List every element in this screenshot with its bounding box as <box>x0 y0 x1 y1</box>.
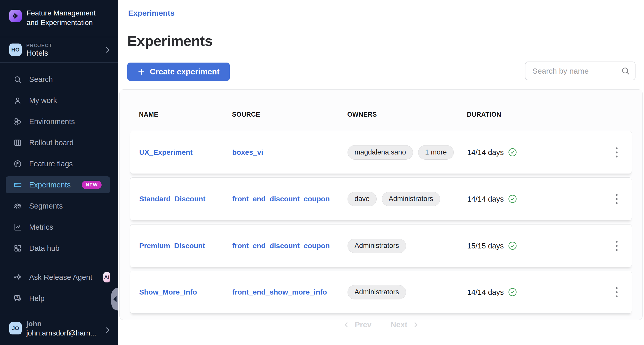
check-circle-icon <box>508 242 517 250</box>
experiment-name-link[interactable]: Standard_Discount <box>139 195 205 203</box>
help-chat-icon: ? <box>12 293 23 304</box>
chevron-right-icon <box>412 321 419 328</box>
table-row: UX_Experiment boxes_vi magdalena.sano 1 … <box>130 131 632 174</box>
next-label: Next <box>391 320 407 329</box>
row-menu-button[interactable] <box>613 285 620 299</box>
project-selector[interactable]: HO PROJECT Hotels <box>0 37 118 62</box>
svg-text:?: ? <box>16 296 18 299</box>
duration-text: 14/14 days <box>467 195 504 203</box>
user-email: john.arnsdorf@harn... <box>26 329 96 337</box>
owners-cell: Administrators <box>348 239 406 253</box>
column-header-owners: OWNERS <box>347 111 377 118</box>
pagination: Prev Next <box>118 320 644 329</box>
sidebar-item-search[interactable]: Search <box>6 71 110 88</box>
owner-more-chip[interactable]: 1 more <box>418 145 454 160</box>
table-row: Standard_Discount front_end_discount_cou… <box>130 177 632 220</box>
column-header-duration: DURATION <box>467 111 501 118</box>
plus-icon <box>137 68 145 76</box>
duration-text: 15/15 days <box>467 242 504 250</box>
breadcrumb[interactable]: Experiments <box>128 9 175 18</box>
row-menu-button[interactable] <box>613 192 620 206</box>
owner-chip[interactable]: Administrators <box>382 192 440 206</box>
experiment-source-link[interactable]: front_end_discount_coupon <box>232 195 330 203</box>
duration-cell: 15/15 days <box>467 242 517 250</box>
create-experiment-button[interactable]: Create experiment <box>127 63 230 81</box>
owner-chip[interactable]: magdalena.sano <box>348 145 413 160</box>
sparkle-icon <box>12 272 23 282</box>
sidebar-item-segments[interactable]: Segments <box>6 197 110 214</box>
column-header-source: SOURCE <box>232 111 260 118</box>
sidebar-item-feature-flags[interactable]: Feature flags <box>6 155 110 172</box>
project-name: Hotels <box>26 49 48 57</box>
flag-circle-icon <box>12 159 23 169</box>
user-avatar: JO <box>9 322 22 334</box>
experiments-table-panel: NAME SOURCE OWNERS DURATION UX_Experimen… <box>119 89 643 320</box>
row-menu-button[interactable] <box>613 239 620 253</box>
row-menu-button[interactable] <box>613 145 620 160</box>
app-logo-icon <box>9 10 22 22</box>
owners-cell: magdalena.sano 1 more <box>348 145 454 160</box>
duration-text: 14/14 days <box>467 148 504 157</box>
new-badge: NEW <box>82 181 102 189</box>
app-title: Feature Management and Experimentation <box>27 8 96 27</box>
check-circle-icon <box>508 288 517 296</box>
sidebar-item-my-work[interactable]: My work <box>6 92 110 109</box>
experiment-name-link[interactable]: UX_Experiment <box>139 148 193 157</box>
ruler-icon <box>12 180 23 190</box>
column-header-name: NAME <box>139 111 158 118</box>
chevron-left-icon <box>343 321 350 328</box>
duration-cell: 14/14 days <box>467 195 517 203</box>
sidebar-collapse-handle[interactable] <box>111 288 118 310</box>
check-circle-icon <box>508 195 517 203</box>
sidebar: Feature Management and Experimentation H… <box>0 0 118 345</box>
user-menu[interactable]: JO john john.arnsdorf@harn... <box>0 315 118 345</box>
search-icon <box>12 74 23 84</box>
search-input[interactable] <box>525 62 635 80</box>
sidebar-item-experiments[interactable]: Experiments NEW <box>6 176 110 193</box>
data-hub-grid-icon <box>12 243 23 253</box>
experiment-source-link[interactable]: front_end_discount_coupon <box>232 242 330 250</box>
ai-badge: AI <box>103 272 110 282</box>
owners-cell: Administrators <box>348 285 406 299</box>
project-label: PROJECT <box>26 43 52 48</box>
experiment-source-link[interactable]: boxes_vi <box>232 148 263 157</box>
duration-text: 14/14 days <box>467 288 504 296</box>
chevron-right-icon <box>104 46 111 54</box>
search-box <box>525 62 635 80</box>
duration-cell: 14/14 days <box>467 288 517 296</box>
experiment-source-link[interactable]: front_end_show_more_info <box>232 288 327 296</box>
app-logo[interactable]: Feature Management and Experimentation <box>9 8 110 27</box>
main-content: Experiments Experiments Create experimen… <box>118 0 644 345</box>
experiment-name-link[interactable]: Show_More_Info <box>139 288 197 296</box>
sidebar-item-rollout-board[interactable]: Rollout board <box>6 134 110 151</box>
sidebar-item-metrics[interactable]: Metrics <box>6 219 110 236</box>
owner-chip[interactable]: Administrators <box>348 239 406 253</box>
page-title: Experiments <box>127 32 213 49</box>
sidebar-item-data-hub[interactable]: Data hub <box>6 240 110 257</box>
owner-chip[interactable]: dave <box>348 192 377 206</box>
people-icon <box>12 201 23 211</box>
prev-page-button[interactable]: Prev <box>343 320 371 329</box>
hexagons-icon <box>12 116 23 127</box>
prev-label: Prev <box>355 320 371 329</box>
create-experiment-label: Create experiment <box>150 67 220 76</box>
table-row: Premium_Discount front_end_discount_coup… <box>130 224 632 267</box>
chevron-right-icon <box>104 326 111 334</box>
owner-chip[interactable]: Administrators <box>348 285 406 299</box>
sidebar-nav: Search My work Environments Rollout bo <box>0 62 118 307</box>
owners-cell: dave Administrators <box>348 192 440 206</box>
line-chart-icon <box>12 222 23 232</box>
project-avatar: HO <box>9 44 22 56</box>
sidebar-item-help[interactable]: ? Help <box>6 290 110 307</box>
board-columns-icon <box>12 137 23 148</box>
experiment-name-link[interactable]: Premium_Discount <box>139 242 205 250</box>
check-circle-icon <box>508 148 517 157</box>
sidebar-item-environments[interactable]: Environments <box>6 113 110 130</box>
next-page-button[interactable]: Next <box>391 320 419 329</box>
user-name: john <box>26 320 42 328</box>
table-row: Show_More_Info front_end_show_more_info … <box>130 271 632 314</box>
sidebar-item-ask-release-agent[interactable]: Ask Release Agent AI <box>6 269 110 286</box>
duration-cell: 14/14 days <box>467 148 517 157</box>
person-icon <box>12 95 23 106</box>
